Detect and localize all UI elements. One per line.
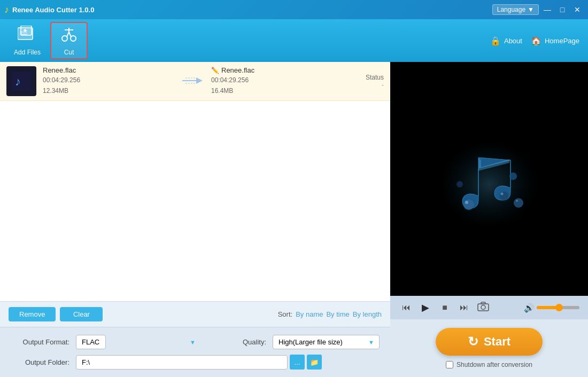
svg-point-20 bbox=[463, 199, 474, 210]
folder-input[interactable] bbox=[76, 355, 288, 370]
sort-label: Sort: bbox=[278, 310, 292, 318]
output-filename: Renee.flac bbox=[221, 66, 254, 74]
volume-control: 🔊 bbox=[524, 303, 579, 313]
lock-icon: 🔒 bbox=[490, 36, 501, 46]
status-label: Status bbox=[341, 74, 384, 81]
cut-icon bbox=[59, 26, 79, 46]
home-icon: 🏠 bbox=[531, 36, 541, 46]
language-dropdown-icon: ▼ bbox=[528, 6, 534, 13]
bottom-controls: Remove Clear Sort: By name By time By le… bbox=[0, 301, 390, 327]
language-label: Language bbox=[497, 6, 525, 13]
svg-point-26 bbox=[514, 198, 523, 208]
skip-back-icon: ⏮ bbox=[402, 303, 411, 312]
quality-label: Quality: bbox=[207, 338, 266, 346]
file-list: ♪ Renee.flac 00:04:29.256 12.34MB bbox=[0, 62, 390, 301]
title-bar-controls: Language ▼ — □ ✕ bbox=[492, 3, 584, 16]
skip-forward-icon: ⏭ bbox=[460, 303, 468, 312]
minimize-button[interactable]: — bbox=[541, 3, 554, 16]
app-logo-icon: ♪ bbox=[4, 4, 9, 15]
file-thumbnail: ♪ bbox=[6, 66, 36, 96]
output-format-select[interactable]: FLAC bbox=[76, 335, 106, 349]
settings-area: Output Format: FLAC Quality: High(Larger… bbox=[0, 327, 390, 377]
skip-forward-button[interactable]: ⏭ bbox=[457, 300, 471, 315]
svg-point-25 bbox=[509, 172, 517, 180]
preview-area bbox=[390, 62, 588, 296]
svg-point-18 bbox=[441, 142, 537, 227]
music-visual bbox=[430, 125, 548, 232]
browse-button[interactable]: ... bbox=[290, 355, 305, 370]
start-label: Start bbox=[484, 335, 510, 349]
svg-line-8 bbox=[67, 32, 69, 37]
player-controls: ⏮ ▶ ■ ⏭ 🔊 bbox=[390, 296, 588, 319]
cut-button[interactable]: Cut bbox=[50, 22, 88, 59]
output-folder-row: Output Folder: ... 📁 bbox=[11, 355, 380, 370]
svg-line-9 bbox=[69, 32, 71, 37]
sort-area: Sort: By name By time By length bbox=[278, 310, 382, 318]
right-bottom: ↻ Start Shutdown after conversion bbox=[390, 319, 588, 377]
start-icon: ↻ bbox=[468, 334, 478, 349]
camera-icon bbox=[477, 302, 489, 314]
shutdown-label: Shutdown after conversion bbox=[457, 361, 532, 368]
svg-point-27 bbox=[516, 200, 518, 202]
about-link[interactable]: 🔒 About bbox=[490, 36, 522, 46]
maximize-button[interactable]: □ bbox=[556, 3, 569, 16]
main-area: ♪ Renee.flac 00:04:29.256 12.34MB bbox=[0, 62, 588, 377]
left-panel: ♪ Renee.flac 00:04:29.256 12.34MB bbox=[0, 62, 390, 377]
stop-icon: ■ bbox=[442, 303, 447, 312]
start-button[interactable]: ↻ Start bbox=[436, 328, 543, 356]
open-folder-button[interactable]: 📁 bbox=[307, 355, 322, 370]
skip-back-button[interactable]: ⏮ bbox=[399, 300, 414, 315]
toolbar-right: 🔒 About 🏠 HomePage bbox=[490, 36, 579, 46]
output-format-select-wrapper: FLAC bbox=[76, 335, 201, 349]
svg-point-24 bbox=[501, 193, 504, 195]
output-folder-label: Output Folder: bbox=[11, 358, 69, 366]
input-size: 12.34MB bbox=[43, 86, 173, 96]
add-files-label: Add Files bbox=[14, 49, 41, 56]
svg-rect-31 bbox=[481, 302, 485, 304]
clear-button[interactable]: Clear bbox=[60, 307, 103, 321]
svg-point-28 bbox=[457, 181, 463, 187]
edit-icon: ✏️ bbox=[211, 67, 219, 74]
volume-slider[interactable] bbox=[537, 306, 579, 309]
output-format-label: Output Format: bbox=[11, 338, 69, 346]
status-value: - bbox=[341, 81, 384, 89]
sort-by-length[interactable]: By length bbox=[353, 310, 382, 318]
play-icon: ▶ bbox=[422, 302, 429, 313]
add-files-button[interactable]: Add Files bbox=[9, 22, 46, 59]
output-filename-row: ✏️ Renee.flac bbox=[211, 66, 341, 74]
svg-point-30 bbox=[481, 305, 485, 309]
folder-icon: 📁 bbox=[310, 358, 319, 366]
svg-text:♪: ♪ bbox=[15, 75, 21, 88]
file-input-info: Renee.flac 00:04:29.256 12.34MB bbox=[43, 66, 173, 96]
camera-button[interactable] bbox=[476, 300, 491, 315]
volume-thumb bbox=[555, 304, 563, 311]
app-title: Renee Audio Cutter 1.0.0 bbox=[12, 6, 492, 14]
quality-select[interactable]: High(Larger file size) bbox=[273, 335, 380, 349]
convert-arrow-icon bbox=[181, 73, 203, 90]
file-output-info: ✏️ Renee.flac 00:04:29.256 16.4MB bbox=[211, 66, 341, 96]
shutdown-checkbox[interactable] bbox=[446, 361, 453, 368]
stop-button[interactable]: ■ bbox=[437, 300, 452, 315]
play-button[interactable]: ▶ bbox=[418, 300, 433, 315]
title-bar: ♪ Renee Audio Cutter 1.0.0 Language ▼ — … bbox=[0, 0, 588, 19]
about-label: About bbox=[504, 37, 522, 45]
sort-by-time[interactable]: By time bbox=[326, 310, 349, 318]
folder-input-wrapper: ... 📁 bbox=[76, 355, 322, 370]
volume-icon: 🔊 bbox=[524, 303, 535, 313]
output-format-row: Output Format: FLAC Quality: High(Larger… bbox=[11, 335, 380, 349]
input-duration: 00:04:29.256 bbox=[43, 75, 173, 85]
toolbar: Add Files Cut 🔒 About 🏠 HomePage bbox=[0, 19, 588, 62]
add-files-icon bbox=[18, 26, 37, 46]
quality-select-wrapper: High(Larger file size) bbox=[273, 335, 380, 349]
input-filename: Renee.flac bbox=[43, 66, 173, 74]
homepage-link[interactable]: 🏠 HomePage bbox=[531, 36, 579, 46]
output-duration: 00:04:29.256 bbox=[211, 75, 341, 85]
close-button[interactable]: ✕ bbox=[571, 3, 584, 16]
table-row: ♪ Renee.flac 00:04:29.256 12.34MB bbox=[0, 62, 390, 101]
right-panel: ⏮ ▶ ■ ⏭ 🔊 bbox=[390, 62, 588, 377]
output-size: 16.4MB bbox=[211, 86, 341, 96]
language-button[interactable]: Language ▼ bbox=[492, 4, 539, 15]
svg-point-21 bbox=[465, 201, 468, 204]
remove-button[interactable]: Remove bbox=[9, 307, 56, 321]
sort-by-name[interactable]: By name bbox=[296, 310, 323, 318]
